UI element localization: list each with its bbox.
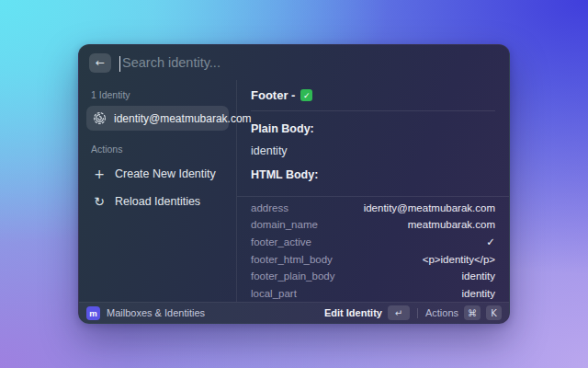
metadata-table: address identity@meatmubarak.com domain_… [237,196,509,302]
table-row: footer_active ✓ [251,234,495,251]
checkmark-icon: ✓ [486,236,495,248]
command-key-badge: ⌘ [464,305,481,320]
detail-panel: Footer - ✓ Plain Body: identity HTML Bod… [237,80,509,302]
app-label: Mailboxes & Identities [107,307,318,318]
plus-icon: + [93,167,106,181]
action-label: Create New Identity [115,167,216,180]
actions-section-label: Actions [91,144,224,155]
table-row: domain_name meatmubarak.com [251,216,495,234]
text-caret [119,56,120,72]
divider [417,308,418,318]
meta-key: local_part [251,288,297,299]
app-logo-icon: m [86,306,100,320]
meta-value: identity [462,288,495,299]
html-body-label: HTML Body: [251,168,495,181]
table-row: local_part identity [251,284,495,302]
search-bar: ← [79,45,509,80]
sidebar-item-create-new-identity[interactable]: + Create New Identity [86,160,229,188]
checkbox-checked-icon: ✓ [300,89,312,101]
identity-item-label: identity@meatmubarak.com [114,112,252,125]
meta-key: footer_plain_body [251,270,334,282]
meta-value: identity@meatmubarak.com [364,202,495,213]
divider [251,110,495,111]
detail-title: Footer - ✓ [251,88,495,102]
sidebar-item-identity[interactable]: identity@meatmubarak.com [86,106,229,131]
status-bar: m Mailboxes & Identities Edit Identity ↵… [79,302,509,323]
meta-value: meatmubarak.com [408,219,495,230]
table-row: footer_plain_body identity [251,268,495,285]
edit-identity-button[interactable]: Edit Identity [324,307,382,318]
table-row: address identity@meatmubarak.com [251,199,495,216]
back-button[interactable]: ← [89,53,111,73]
launcher-window: ← 1 Identity identity@meatmubarak.com Ac… [78,44,510,324]
meta-key: footer_html_body [251,254,333,265]
sidebar-item-reload-identities[interactable]: ↻ Reload Identities [86,188,229,215]
return-key-badge: ↵ [388,305,410,320]
meta-value: identity [462,270,495,282]
reload-icon: ↻ [93,194,106,209]
meta-key: address [251,202,288,213]
meta-value: <p>identity</p> [423,254,495,265]
plain-body-value: identity [251,144,495,157]
table-row: footer_html_body <p>identity</p> [251,250,495,268]
search-input[interactable] [119,55,499,70]
sidebar: 1 Identity identity@meatmubarak.com Acti… [79,80,237,302]
k-key-badge: K [486,305,502,320]
identity-swirl-icon [93,111,107,125]
meta-key: domain_name [251,219,318,230]
actions-menu-button[interactable]: Actions [425,307,458,318]
plain-body-label: Plain Body: [251,122,495,135]
identities-section-label: 1 Identity [91,89,224,100]
detail-title-text: Footer - [251,88,295,102]
meta-key: footer_active [251,236,311,247]
action-label: Reload Identities [115,195,200,208]
